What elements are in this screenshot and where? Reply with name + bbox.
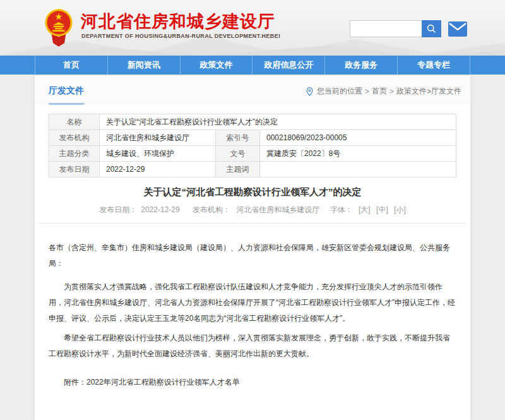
nav-item-services[interactable]: 政务服务 bbox=[325, 56, 398, 75]
doc-date-label: 发布日期 bbox=[49, 162, 100, 177]
table-row: 主题分类 城乡建设、环境保护 文号 冀建质安〔2022〕8号 bbox=[49, 146, 456, 162]
table-row: 发布机构 河北省住房和城乡建设厅 索引号 000218069/2023-0000… bbox=[49, 130, 456, 146]
panel-header: 厅发文件 您当前的位置 > 首页 > 政策文件 > 厅发文件 bbox=[35, 76, 470, 105]
doc-category-value: 城乡建设、环境保护 bbox=[100, 146, 216, 162]
doc-date-value: 2022-12-29 bbox=[100, 162, 216, 177]
section-underline bbox=[49, 103, 84, 105]
table-row: 名称 关于认定“河北省工程勘察设计行业领军人才”的决定 bbox=[49, 114, 456, 130]
font-size-small-button[interactable]: [小] bbox=[394, 205, 406, 214]
article-meta: 发布日期：2022-12-29 发布机构： 河北省住房和城乡建设厅 字体： [大… bbox=[35, 205, 470, 215]
breadcrumb: 您当前的位置 > 首页 > 政策文件 > 厅发文件 bbox=[306, 86, 461, 97]
breadcrumb-policy[interactable]: 政策文件 bbox=[396, 86, 427, 97]
nav-item-home[interactable]: 首页 bbox=[35, 56, 108, 75]
breadcrumb-home[interactable]: 首页 bbox=[372, 86, 387, 97]
breadcrumb-current[interactable]: 厅发文件 bbox=[431, 86, 461, 97]
meta-date-label: 发布日期： bbox=[99, 205, 137, 214]
meta-font-label: 字体： bbox=[330, 205, 353, 214]
search-area bbox=[350, 20, 467, 37]
site-title: 河北省住房和城乡建设厅 bbox=[81, 10, 275, 33]
meta-date-value: 2022-12-29 bbox=[141, 205, 179, 214]
font-size-medium-button[interactable]: [中] bbox=[376, 205, 388, 214]
mail-icon[interactable] bbox=[448, 21, 467, 37]
article-title: 关于认定“河北省工程勘察设计行业领军人才”的决定 bbox=[35, 186, 470, 198]
meta-agency-label: 发布机构： bbox=[193, 205, 230, 214]
doc-category-label: 主题分类 bbox=[49, 146, 100, 162]
doc-index-value: 000218069/2023-00005 bbox=[260, 130, 456, 146]
breadcrumb-separator: > bbox=[427, 87, 431, 96]
site-header: 河北省住房和城乡建设厅 DEPARTMENT OF HOUSING&URBAN-… bbox=[0, 0, 505, 56]
doc-agency-label: 发布机构 bbox=[49, 130, 100, 146]
content-panel: 厅发文件 您当前的位置 > 首页 > 政策文件 > 厅发文件 名称 关于认定“河… bbox=[35, 76, 470, 420]
document-info-table: 名称 关于认定“河北省工程勘察设计行业领军人才”的决定 发布机构 河北省住房和城… bbox=[49, 114, 456, 177]
site-subtitle: DEPARTMENT OF HOUSING&URBAN-RURAL DEVELO… bbox=[81, 33, 280, 39]
breadcrumb-separator: > bbox=[389, 87, 394, 96]
doc-name-label: 名称 bbox=[49, 114, 100, 130]
table-row: 发布日期 2022-12-29 主题词 bbox=[49, 162, 456, 177]
paragraph-attachment: 附件：2022年河北省工程勘察设计行业领军人才名单 bbox=[49, 375, 456, 390]
doc-index-label: 索引号 bbox=[216, 130, 260, 146]
main-nav: 首页 新闻资讯 政策文件 政府信息公开 政务服务 专题专栏 bbox=[0, 56, 505, 75]
nav-item-policy[interactable]: 政策文件 bbox=[181, 56, 253, 75]
font-size-large-button[interactable]: [大] bbox=[359, 205, 371, 214]
paragraph-1: 为贯彻落实人才强冀战略，强化我省工程勘察设计队伍建设和人才竞争能力，充分发挥行业… bbox=[49, 279, 456, 327]
location-pin-icon bbox=[306, 87, 313, 96]
doc-keyword-label: 主题词 bbox=[216, 162, 260, 177]
meta-agency-value: 河北省住房和城乡建设厅 bbox=[236, 205, 319, 214]
doc-number-label: 文号 bbox=[216, 146, 260, 162]
paragraph-salutation: 各市（含定州、辛集市）住房和城乡建设局（建设局）、人力资源和社会保障局，雄安新区… bbox=[49, 240, 456, 272]
search-input[interactable] bbox=[350, 20, 422, 37]
nav-item-gov-info[interactable]: 政府信息公开 bbox=[252, 56, 325, 75]
breadcrumb-location-label: 您当前的位置 bbox=[317, 86, 362, 97]
national-emblem-icon[interactable] bbox=[42, 8, 76, 47]
section-title[interactable]: 厅发文件 bbox=[49, 85, 84, 97]
doc-name-value: 关于认定“河北省工程勘察设计行业领军人才”的决定 bbox=[100, 114, 456, 130]
breadcrumb-separator: > bbox=[365, 87, 369, 96]
doc-keyword-value bbox=[260, 162, 456, 177]
search-icon bbox=[427, 24, 436, 33]
nav-item-special[interactable]: 专题专栏 bbox=[398, 56, 470, 75]
article-body: 各市（含定州、辛集市）住房和城乡建设局（建设局）、人力资源和社会保障局，雄安新区… bbox=[35, 224, 470, 420]
paragraph-2: 希望全省工程勘察设计行业技术人员以他们为榜样，深入贯彻落实新发展理念，勇于创新，… bbox=[49, 330, 456, 362]
search-button[interactable] bbox=[422, 20, 441, 37]
nav-item-news[interactable]: 新闻资讯 bbox=[108, 56, 181, 75]
doc-number-value: 冀建质安〔2022〕8号 bbox=[260, 146, 456, 162]
doc-agency-value: 河北省住房和城乡建设厅 bbox=[100, 130, 216, 146]
